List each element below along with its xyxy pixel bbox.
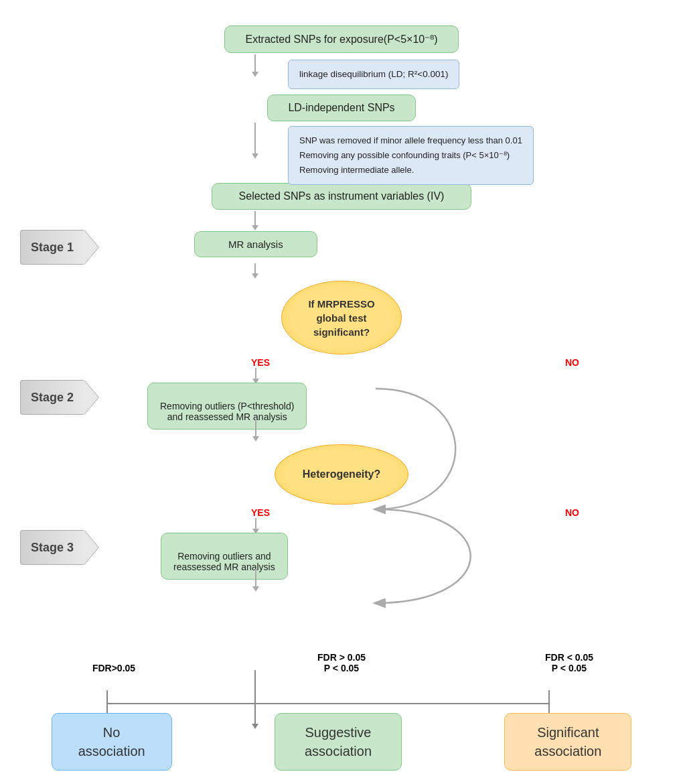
fdr-row: FDR>0.05 FDR > 0.05 P < 0.05 FDR < 0.05 … bbox=[0, 641, 683, 673]
mr-analysis-box-wrap: MR analysis bbox=[194, 231, 317, 257]
stage3-section: YES Stage 3 Removing outliers and reasse… bbox=[0, 505, 683, 592]
stage1-arrow: Stage 1 bbox=[20, 230, 98, 265]
step1-container: Extracted SNPs for exposure(P<5×10⁻⁸) bbox=[0, 25, 683, 53]
arrow1 bbox=[252, 72, 258, 77]
step3-container: Selected SNPs as instrument variables (I… bbox=[0, 183, 683, 210]
stage1-section: Stage 1 MR analysis bbox=[0, 211, 683, 278]
stage2-arrowhead bbox=[84, 380, 98, 415]
vline2 bbox=[254, 123, 256, 156]
snp-removal-note: SNP was removed if minor allele frequenc… bbox=[288, 126, 534, 185]
arrow2 bbox=[252, 153, 258, 159]
step2-box: LD-independent SNPs bbox=[267, 94, 415, 121]
arrow8 bbox=[252, 586, 259, 592]
flowchart: Extracted SNPs for exposure(P<5×10⁻⁸) li… bbox=[0, 0, 683, 784]
stage3-arrowhead bbox=[84, 530, 98, 565]
yes2-label: YES bbox=[251, 507, 270, 518]
stage1-arrowhead bbox=[84, 230, 98, 265]
remove-outliers1-wrap: Removing outliers (P<threshold) and reas… bbox=[147, 383, 307, 430]
step1-box: Extracted SNPs for exposure(P<5×10⁻⁸) bbox=[224, 25, 458, 53]
suggestive-association-box: Suggestive association bbox=[275, 713, 402, 771]
step2-text: LD-independent SNPs bbox=[288, 102, 394, 113]
remove-outliers2-box: Removing outliers and reassessed MR anal… bbox=[161, 533, 288, 580]
stage3-body: Stage 3 bbox=[20, 530, 84, 565]
stage2-arrow: Stage 2 bbox=[20, 380, 98, 415]
arrow6 bbox=[252, 436, 259, 442]
no2-label: NO bbox=[565, 507, 579, 518]
step2-container: LD-independent SNPs bbox=[0, 94, 683, 121]
step2-to-step3: SNP was removed if minor allele frequenc… bbox=[0, 123, 683, 183]
arrow3 bbox=[252, 225, 258, 231]
fdr3-label: FDR < 0.05 P < 0.05 bbox=[502, 641, 636, 673]
fdr2-label: FDR > 0.05 P < 0.05 bbox=[275, 641, 408, 673]
stage1-body: Stage 1 bbox=[20, 230, 84, 265]
yes1-label: YES bbox=[251, 357, 270, 368]
remove-outliers2-wrap: Removing outliers and reassessed MR anal… bbox=[161, 533, 288, 580]
fdr1-label: FDR>0.05 bbox=[47, 663, 181, 673]
stage2-body: Stage 2 bbox=[20, 380, 84, 415]
remove-outliers1-box: Removing outliers (P<threshold) and reas… bbox=[147, 383, 307, 430]
heterogeneity-ellipse-container: Heterogeneity? bbox=[0, 444, 683, 505]
step3-text: Selected SNPs as instrument variables (I… bbox=[239, 190, 445, 202]
linkage-note: linkage disequilibrium (LD; R²<0.001) bbox=[288, 60, 459, 89]
significant-association-box: Significant association bbox=[504, 713, 631, 771]
step1-to-step2: linkage disequilibrium (LD; R²<0.001) bbox=[0, 54, 683, 94]
mrpresso-ellipse: If MRPRESSO global test significant? bbox=[281, 281, 402, 354]
mr-analysis-box: MR analysis bbox=[194, 231, 317, 257]
outcome-row: No association Suggestive association Si… bbox=[0, 713, 683, 771]
stage3-arrow: Stage 3 bbox=[20, 530, 98, 565]
heterogeneity-ellipse: Heterogeneity? bbox=[275, 444, 408, 505]
stage2-section: YES Stage 2 Removing outliers (P<thresho… bbox=[0, 354, 683, 442]
step1-text: Extracted SNPs for exposure(P<5×10⁻⁸) bbox=[245, 34, 437, 45]
arrow4 bbox=[252, 273, 258, 279]
no1-label: NO bbox=[565, 357, 579, 368]
step3-box: Selected SNPs as instrument variables (I… bbox=[212, 183, 472, 210]
no-association-box: No association bbox=[52, 713, 172, 771]
mrpresso-ellipse-container: If MRPRESSO global test significant? bbox=[0, 281, 683, 354]
